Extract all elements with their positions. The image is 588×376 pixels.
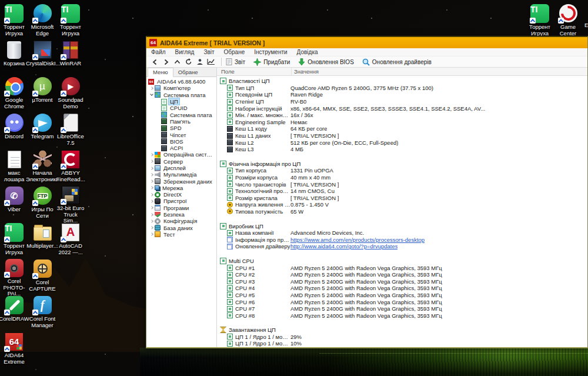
tree-item[interactable]: Дисплей (146, 165, 216, 171)
window-titlebar[interactable]: 64 AIDA64 Extreme [ TRIAL VERSION ] (146, 37, 587, 48)
desktop-icon[interactable]: 32-bit Euro Truck Sim... (56, 185, 85, 221)
desktop-icon[interactable]: fCorel Font Manager (28, 294, 56, 331)
shortcut-arrow-icon (32, 54, 38, 60)
desktop-icon-label: Торрент Игруха (4, 243, 25, 255)
sidebar-tab[interactable]: Меню (148, 68, 173, 77)
tree-item[interactable]: Мультимедіа (146, 171, 216, 178)
tree-item[interactable]: CPUID (146, 105, 216, 111)
tree-item[interactable]: Комп'ютер (146, 85, 216, 91)
desktop-icon[interactable]: Google Chrome (0, 75, 28, 112)
tree-item[interactable]: Чіпсет (146, 131, 216, 138)
tree-item[interactable]: Тест (146, 231, 216, 238)
desktop-icon[interactable]: LibreOffice 7.5 (56, 112, 85, 148)
chevron-right-icon (150, 193, 153, 197)
desktop-icon-label: Telegram (31, 134, 54, 140)
desktop-icon[interactable]: FTPИгры По Сети (28, 185, 56, 221)
desktop-icon[interactable]: Microsoft Edge (28, 2, 56, 39)
info-row: Напруга живлення ядра0.875 - 1.450 V (217, 201, 587, 208)
sidebar-tab[interactable]: Обране (173, 68, 203, 76)
field-value: QuadCore AMD Ryzen 5 2400G, 3775 MHz (37… (290, 85, 433, 91)
tree-item[interactable]: SPD (146, 125, 216, 131)
tree-item[interactable]: DirectX (146, 191, 216, 198)
desktop-icon[interactable]: Telegram (28, 112, 56, 148)
menu-item[interactable]: Обране (224, 49, 245, 55)
sec-icon (220, 161, 226, 167)
field-value: 4 МБ (290, 146, 303, 152)
shortcut-arrow-icon (32, 200, 38, 206)
tree-item[interactable]: Збереження даних (146, 178, 216, 184)
tree-item[interactable]: Сервер (146, 158, 216, 165)
tree-item[interactable]: Пам'ять (146, 118, 216, 125)
desktop-icon[interactable]: ✆Viber (0, 185, 28, 221)
desktop-icon[interactable]: TIТоррент Игруха (56, 2, 85, 39)
desktop-icon[interactable]: ABBYY FineRead... (56, 148, 85, 185)
desktop-icon[interactable]: TIТоррент Игруха (0, 221, 28, 258)
desktop-icon[interactable]: Корзина (0, 39, 28, 75)
cpu-icon (227, 230, 233, 236)
desktop-icon[interactable]: Corel PHOTO-PAI... (0, 258, 28, 294)
chip-icon (227, 133, 233, 139)
report-button[interactable]: Звіт (226, 58, 245, 65)
tree-item[interactable]: ACPI (146, 145, 216, 151)
menu-item[interactable]: Довідка (297, 49, 318, 55)
desktop-icon[interactable]: TIТоррент Игруха (526, 2, 554, 36)
desktop-icon[interactable]: CrystalDiskI... (28, 39, 56, 75)
tree-item-label: Конфігурація (162, 218, 198, 224)
desktop-icon-label: ABBYY FineRead... (56, 170, 85, 182)
tree-item[interactable]: Конфігурація (146, 218, 216, 224)
desktop-icon[interactable]: Начала Электроники (28, 148, 56, 185)
chart-button[interactable] (206, 58, 216, 66)
info-row: Інформація про продуктhttps://www.amd.co… (217, 236, 587, 243)
shortcut-arrow-icon (32, 91, 38, 97)
icon-glyph: TI (5, 224, 12, 233)
chevron-right-icon (150, 86, 153, 90)
desktop-icon[interactable]: CorelDRAW (0, 294, 28, 331)
field-value-link[interactable]: https://www.amd.com/en/products/processo… (290, 237, 425, 243)
menu-item[interactable]: Вигляд (175, 49, 195, 55)
nav-up-button[interactable] (172, 58, 182, 66)
tree-item[interactable]: Мережа (146, 185, 216, 191)
buy-button[interactable]: Придбати (253, 58, 290, 66)
menu-item[interactable]: Звіт (203, 49, 214, 55)
shortcut-arrow-icon (4, 91, 10, 97)
tree-item[interactable]: База даних (146, 225, 216, 231)
desktop-icon[interactable]: Game Center (554, 2, 582, 36)
desktop-icon[interactable]: µµTorrent (28, 75, 56, 112)
nav-back-button[interactable] (150, 58, 160, 66)
section-header: Multi CPU (217, 258, 587, 265)
driver-update-button[interactable]: Оновлення драйверів (362, 58, 432, 66)
desktop-icon[interactable]: ▶Soundpad Demo (56, 75, 85, 112)
tree-item[interactable]: Пристрої (146, 198, 216, 204)
desktop-icon[interactable]: WinRAR (56, 39, 85, 75)
tree-item[interactable]: 64AIDA64 v6.88.6400 (146, 78, 216, 85)
desktop-icon[interactable]: Discord (0, 112, 28, 148)
tree-item[interactable]: Системна плата (146, 92, 216, 98)
desktop-icon[interactable]: Multiplayer... (28, 221, 56, 258)
nav-forward-button[interactable] (161, 58, 171, 66)
column-header-value[interactable]: Значення (292, 68, 319, 75)
tree-item[interactable]: BIOS (146, 138, 216, 145)
menu-item[interactable]: Інструменти (254, 49, 287, 55)
aida64-window: 64 AIDA64 Extreme [ TRIAL VERSION ] Файл… (146, 36, 588, 348)
tree-item[interactable]: Безпека (146, 211, 216, 218)
field-value-link[interactable]: http://www.aida64.com/goto/?p=drvupdates (290, 243, 397, 249)
info-row: Кеш L34 МБ (217, 146, 587, 153)
wallpaper-grass (140, 348, 588, 376)
tree-item[interactable]: Операційна система (146, 151, 216, 158)
menu-item[interactable]: Файл (151, 49, 166, 55)
field-value: Advanced Micro Devices, Inc. (290, 229, 364, 236)
desktop-icon[interactable]: макс лошара (0, 148, 28, 185)
user-info-button[interactable] (195, 58, 205, 66)
field-value: 10% (290, 340, 302, 347)
desktop-icon[interactable]: 64AIDA64 Extreme (0, 331, 28, 367)
refresh-button[interactable] (183, 58, 193, 66)
tree-item-label: Дисплей (162, 165, 187, 171)
tree-item[interactable]: Системна плата (146, 111, 216, 118)
bios-update-button[interactable]: Оновлення BIOS (298, 58, 353, 66)
desktop-icon[interactable]: AAutoCAD 2022 —... (56, 221, 85, 258)
desktop-icon[interactable]: Corel CAPTURE (28, 258, 56, 294)
column-header-field[interactable]: Поле (217, 68, 292, 75)
tree-item[interactable]: ЦП (146, 98, 216, 105)
desktop-icon[interactable]: TIТоррент Игруха (0, 2, 28, 39)
tree-item[interactable]: Програми (146, 205, 216, 211)
